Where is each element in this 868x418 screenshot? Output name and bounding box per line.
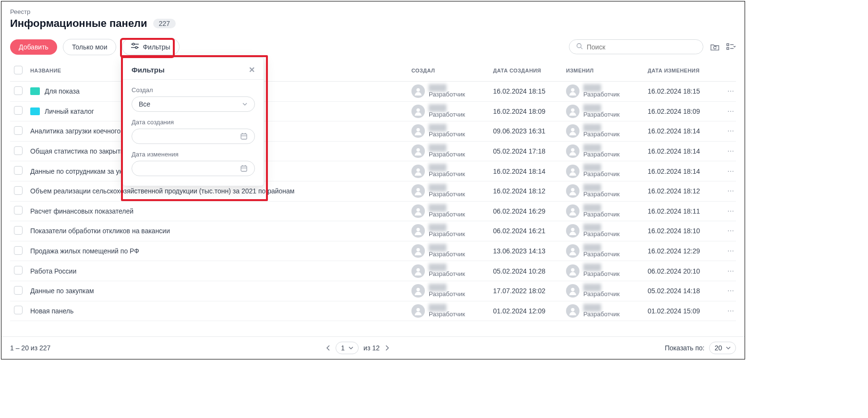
svg-point-25 xyxy=(571,228,574,231)
avatar xyxy=(411,304,425,318)
row-checkbox[interactable] xyxy=(14,286,23,295)
row-created-by-name: ████ xyxy=(429,105,465,111)
table-row[interactable]: Расчет финансовых показателей████Разрабо… xyxy=(10,201,736,221)
row-changed-by-role: Разработчик xyxy=(583,191,620,198)
view-options-icon[interactable] xyxy=(726,43,736,51)
calendar-icon xyxy=(240,165,248,172)
row-menu-button[interactable]: ⋯ xyxy=(717,101,736,121)
row-name: Расчет финансовых показателей xyxy=(30,207,133,215)
row-checkbox[interactable] xyxy=(14,86,23,95)
filter-created-by-select[interactable]: Все xyxy=(132,96,255,112)
page-title: Информационные панели xyxy=(10,17,147,30)
page-select[interactable]: 1 xyxy=(336,342,359,354)
svg-point-21 xyxy=(571,188,574,191)
row-checkbox[interactable] xyxy=(14,106,23,115)
search-input-wrapper[interactable] xyxy=(569,39,703,54)
avatar xyxy=(566,224,579,238)
svg-point-4 xyxy=(577,44,581,48)
row-created-by-name: ████ xyxy=(429,144,465,151)
svg-rect-34 xyxy=(241,134,247,139)
row-checkbox[interactable] xyxy=(14,206,23,215)
table-row[interactable]: Общая статистика по закрытым вакансиям██… xyxy=(10,141,736,161)
svg-point-26 xyxy=(416,248,420,251)
row-checkbox[interactable] xyxy=(14,126,23,135)
row-menu-button[interactable]: ⋯ xyxy=(717,121,736,142)
table-row[interactable]: Для показа████Разработчик16.02.2024 18:1… xyxy=(10,82,736,102)
select-all-checkbox[interactable] xyxy=(14,66,23,74)
row-name: Показатели обработки откликов на ваканси… xyxy=(30,227,170,235)
next-page-button[interactable] xyxy=(385,345,389,351)
row-name: Личный каталог xyxy=(45,107,94,115)
breadcrumb[interactable]: Реестр xyxy=(10,8,736,15)
row-changed-at: 16.02.2024 18:12 xyxy=(644,181,717,201)
row-created-by-role: Разработчик xyxy=(429,191,465,198)
svg-point-11 xyxy=(571,88,574,92)
col-changed-by[interactable]: ИЗМЕНИЛ xyxy=(562,61,644,82)
row-checkbox[interactable] xyxy=(14,146,23,155)
add-button[interactable]: Добавить xyxy=(10,39,57,55)
table-row[interactable]: Продажа жилых помещений по РФ████Разрабо… xyxy=(10,241,736,261)
row-created-by-name: ████ xyxy=(429,244,465,251)
close-icon[interactable]: ✕ xyxy=(249,65,255,74)
row-created-by-role: Разработчик xyxy=(429,230,465,238)
row-created-at: 17.07.2022 18:02 xyxy=(489,281,562,301)
prev-page-button[interactable] xyxy=(326,345,331,351)
col-created-at[interactable]: ДАТА СОЗДАНИЯ xyxy=(489,61,562,82)
row-changed-by-name: ████ xyxy=(583,304,620,311)
row-checkbox[interactable] xyxy=(14,186,23,195)
footer-range: 1 – 20 из 227 xyxy=(10,344,50,352)
row-changed-by-name: ████ xyxy=(583,284,620,290)
row-name: Продажа жилых помещений по РФ xyxy=(30,247,139,255)
table-row[interactable]: Объем реализации сельскохозяйственной пр… xyxy=(10,181,736,201)
table-row[interactable]: Аналитика загрузки коечного фонда████Раз… xyxy=(10,121,736,142)
filter-changed-at-input[interactable] xyxy=(132,161,255,176)
row-menu-button[interactable]: ⋯ xyxy=(717,82,736,102)
table-row[interactable]: Данные по сотрудникам за указанный перио… xyxy=(10,161,736,181)
svg-point-31 xyxy=(571,288,574,291)
row-created-by-name: ████ xyxy=(429,264,465,270)
svg-point-22 xyxy=(416,208,420,212)
only-mine-button[interactable]: Только мои xyxy=(63,39,117,55)
svg-point-18 xyxy=(416,168,420,171)
row-checkbox[interactable] xyxy=(14,246,23,255)
avatar xyxy=(411,244,425,258)
row-menu-button[interactable]: ⋯ xyxy=(717,301,736,321)
search-input[interactable] xyxy=(587,43,696,51)
col-created-by[interactable]: СОЗДАЛ xyxy=(408,61,489,82)
avatar xyxy=(566,84,579,98)
row-created-by-role: Разработчик xyxy=(429,170,465,178)
row-menu-button[interactable]: ⋯ xyxy=(717,221,736,241)
row-checkbox[interactable] xyxy=(14,226,23,235)
row-checkbox[interactable] xyxy=(14,166,23,175)
table-row[interactable]: Показатели обработки откликов на ваканси… xyxy=(10,221,736,241)
folder-refresh-icon[interactable] xyxy=(710,43,720,51)
filter-created-at-input[interactable] xyxy=(132,129,255,144)
row-checkbox[interactable] xyxy=(14,266,23,275)
row-changed-at: 06.02.2024 20:10 xyxy=(644,261,717,281)
row-menu-button[interactable]: ⋯ xyxy=(717,181,736,201)
row-created-by-name: ████ xyxy=(429,124,465,131)
filters-button[interactable]: Фильтры xyxy=(122,38,179,55)
table-row[interactable]: Данные по закупкам████Разработчик17.07.2… xyxy=(10,281,736,301)
row-menu-button[interactable]: ⋯ xyxy=(717,281,736,301)
row-created-at: 09.06.2023 16:31 xyxy=(489,121,562,142)
row-checkbox[interactable] xyxy=(14,306,23,314)
avatar xyxy=(411,204,425,218)
row-menu-button[interactable]: ⋯ xyxy=(717,161,736,181)
avatar xyxy=(566,124,579,138)
row-changed-by-name: ████ xyxy=(583,184,620,191)
svg-point-12 xyxy=(416,108,420,112)
row-menu-button[interactable]: ⋯ xyxy=(717,201,736,221)
svg-rect-7 xyxy=(727,48,729,49)
row-changed-at: 16.02.2024 18:14 xyxy=(644,161,717,181)
row-menu-button[interactable]: ⋯ xyxy=(717,241,736,261)
row-menu-button[interactable]: ⋯ xyxy=(717,261,736,281)
avatar xyxy=(411,165,425,178)
col-changed-at[interactable]: ДАТА ИЗМЕНЕНИЯ xyxy=(644,61,717,82)
page-size-select[interactable]: 20 xyxy=(709,342,736,354)
table-row[interactable]: Личный каталог████Разработчик16.02.2024 … xyxy=(10,101,736,121)
table-row[interactable]: Новая панель████Разработчик01.02.2024 12… xyxy=(10,301,736,321)
page-size-value: 20 xyxy=(714,344,722,352)
table-row[interactable]: Работа России████Разработчик05.02.2024 1… xyxy=(10,261,736,281)
row-menu-button[interactable]: ⋯ xyxy=(717,141,736,161)
